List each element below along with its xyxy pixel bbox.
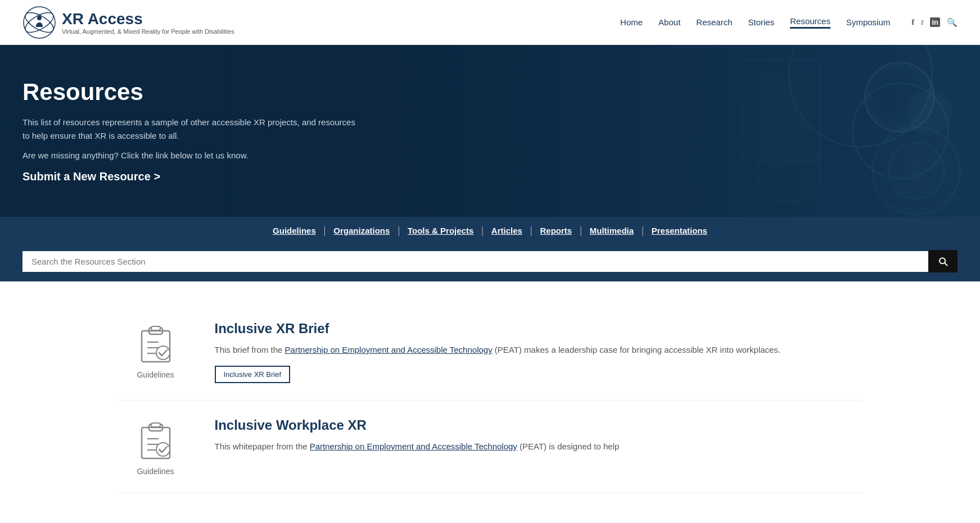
svg-point-3	[37, 16, 42, 20]
resource-item: Guidelines Inclusive Workplace XR This w…	[119, 401, 861, 493]
resource-category-label: Guidelines	[137, 370, 174, 379]
logo-subtitle: Virtual, Augmented, & Mixed Reality for …	[62, 28, 234, 35]
nav-about[interactable]: About	[658, 17, 680, 27]
resource-description-2: This whitepaper from the Partnership on …	[215, 440, 861, 453]
resource-title: Inclusive XR Brief	[215, 321, 861, 336]
filter-reports[interactable]: Reports	[532, 226, 580, 235]
hero-description: This list of resources represents a samp…	[22, 116, 360, 143]
page-title: Resources	[22, 79, 360, 106]
resource-body-2: Inclusive Workplace XR This whitepaper f…	[215, 417, 861, 462]
nav-home[interactable]: Home	[620, 17, 643, 27]
site-header: XR Access Virtual, Augmented, & Mixed Re…	[0, 0, 980, 45]
resource-button-1[interactable]: Inclusive XR Brief	[215, 366, 291, 383]
facebook-icon[interactable]: f	[911, 17, 914, 27]
filter-tools-projects[interactable]: Tools & Projects	[400, 226, 481, 235]
resource-title-2: Inclusive Workplace XR	[215, 417, 861, 433]
logo-area[interactable]: XR Access Virtual, Augmented, & Mixed Re…	[22, 6, 234, 39]
peat-link-1[interactable]: Partnership on Employment and Accessible…	[285, 345, 493, 354]
resource-icon-block: Guidelines	[119, 417, 192, 476]
nav-symposium[interactable]: Symposium	[846, 17, 890, 27]
hero-question: Are we missing anything? Click the link …	[22, 151, 360, 160]
twitter-icon[interactable]: t	[921, 17, 923, 27]
search-bar	[0, 244, 980, 281]
nav-stories[interactable]: Stories	[748, 17, 775, 27]
filter-organizations[interactable]: Organizations	[326, 226, 398, 235]
guidelines-icon	[133, 321, 178, 366]
svg-point-19	[156, 346, 170, 360]
search-icon[interactable]: 🔍	[947, 17, 958, 28]
linkedin-icon[interactable]: in	[930, 17, 940, 27]
search-button[interactable]	[928, 250, 958, 272]
resource-icon-block: Guidelines	[119, 321, 192, 379]
svg-rect-22	[151, 423, 160, 427]
filter-bar: Guidelines | Organizations | Tools & Pro…	[0, 217, 980, 244]
resource-category-label-2: Guidelines	[137, 467, 174, 476]
filter-presentations[interactable]: Presentations	[644, 226, 715, 235]
nav-research[interactable]: Research	[696, 17, 732, 27]
resource-body: Inclusive XR Brief This brief from the P…	[215, 321, 861, 383]
filter-articles[interactable]: Articles	[484, 226, 530, 235]
nav-resources[interactable]: Resources	[790, 16, 830, 29]
filter-multimedia[interactable]: Multimedia	[582, 226, 642, 235]
hero-section: Resources This list of resources represe…	[0, 45, 980, 217]
filter-guidelines[interactable]: Guidelines	[265, 226, 324, 235]
logo-icon	[22, 6, 56, 39]
social-links: f t in 🔍	[911, 17, 958, 28]
main-nav: Home About Research Stories Resources Sy…	[620, 16, 958, 29]
svg-point-26	[156, 443, 170, 456]
logo-title: XR Access	[62, 10, 234, 28]
guidelines-icon-2	[133, 417, 178, 462]
search-input[interactable]	[22, 251, 928, 272]
search-icon	[937, 256, 949, 267]
submit-resource-link[interactable]: Submit a New Resource >	[22, 170, 160, 183]
content-area: Guidelines Inclusive XR Brief This brief…	[97, 281, 884, 516]
hero-content: Resources This list of resources represe…	[0, 45, 382, 217]
resource-item: Guidelines Inclusive XR Brief This brief…	[119, 304, 861, 401]
svg-rect-15	[151, 326, 160, 330]
resource-description: This brief from the Partnership on Emplo…	[215, 343, 861, 357]
peat-link-2[interactable]: Partnership on Employment and Accessible…	[310, 442, 517, 451]
